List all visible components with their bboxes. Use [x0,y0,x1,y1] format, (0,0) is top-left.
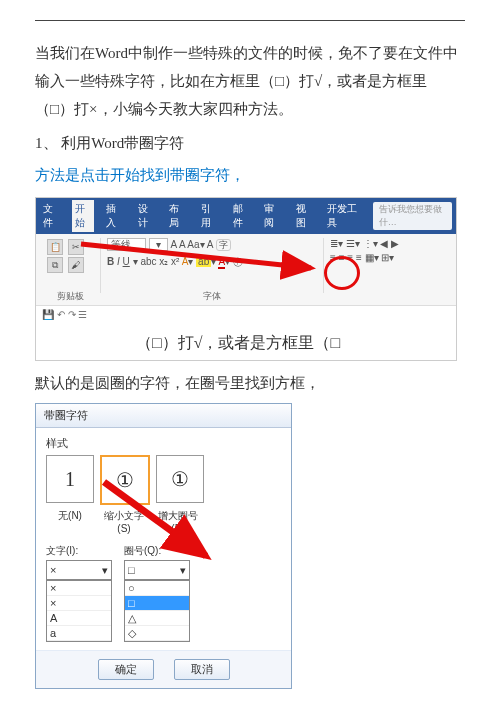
text-listbox: × × A a [46,580,112,642]
text-field-label: 文字(I): [46,544,112,558]
cancel-button: 取消 [174,659,230,680]
bold-icon: B [107,256,114,267]
font-name-box: 等线 [107,238,146,251]
ring-dropdown: □▾ [124,560,190,580]
red-circle-annotation [324,256,360,290]
indent-right-icon: ▶ [391,238,399,249]
border-icon: ⊞▾ [381,252,394,263]
tab-view: 视图 [293,200,316,232]
enclosed-char-icon: 字 [216,239,231,251]
style-none-box: 1 [46,455,94,503]
font-color-icon: A [218,256,225,269]
text-dropdown: ×▾ [46,560,112,580]
tab-mail: 邮件 [230,200,253,232]
copy-icon: ⧉ [47,257,63,273]
enclosed-char-button: ㊥ [233,256,243,267]
paragraph-1: 当我们在Word中制作一些特殊的文件的时候，免不了要在文件中输入一些特殊字符，比… [35,39,465,123]
dialog-title: 带圈字符 [36,404,291,428]
paste-icon: 📋 [47,239,63,255]
indent-left-icon: ◀ [380,238,388,249]
tab-home: 开始 [72,200,95,232]
tab-review: 审阅 [261,200,284,232]
shading-icon: ▦▾ [365,252,379,263]
tab-design: 设计 [135,200,158,232]
customize-icon: ☰ [78,309,87,320]
underline-icon: U [123,256,130,267]
format-painter-icon: 🖌 [68,257,84,273]
ring-listbox: ○ □ △ ◇ [124,580,190,642]
ring-field-label: 圈号(Q): [124,544,190,558]
strike-icon: abc [140,256,156,267]
ribbon-tab-row: 文件 开始 插入 设计 布局 引用 邮件 审阅 视图 开发工具 告诉我您想要做什… [36,198,456,234]
document-sample-text: （□）打√，或者是方框里（□ [36,323,456,360]
style-options-row: 1 ① ① [46,455,281,505]
tab-file: 文件 [40,200,63,232]
cut-icon: ✂ [68,239,84,255]
redo-icon: ↷ [68,309,76,320]
justify-icon: ≡ [356,252,362,263]
change-case-icon: Aa▾ [187,239,204,250]
tab-layout: 布局 [166,200,189,232]
ribbon-body: 📋 ✂ ⧉ 🖌 剪贴板 等线 ▾ A A Aa▾ A 字 B I [36,234,456,305]
chevron-down-icon: ▾ [102,564,108,577]
style-none-label: 无(N) [46,509,94,534]
method-1-heading: 1、 利用Word带圈字符 [35,129,465,157]
tab-dev: 开发工具 [324,200,363,232]
paragraph-3: 在文字的地方输入×，如果不知道×怎么打，可以用搜狗拼音输入法，打拼音cuo， [35,703,465,708]
quick-access-toolbar: 💾 ↶ ↷ ☰ [36,305,456,323]
method-1-step: 方法是点击开始找到带圈字符， [35,161,465,189]
style-enlarge-box: ① [156,455,204,503]
tab-insert: 插入 [103,200,126,232]
bullets-icon: ≣▾ [330,238,343,249]
top-rule [35,20,465,21]
undo-icon: ↶ [57,309,65,320]
save-icon: 💾 [42,309,54,320]
sup-icon: x² [171,256,179,267]
style-enlarge-label: 增大圈号(E) [154,509,202,534]
enclosed-char-dialog-screenshot: 带圈字符 样式 1 ① ① 无(N) 缩小文字(S) 增大圈号(E) 文字(I)… [35,403,292,689]
group-clipboard-label: 剪贴板 [40,290,100,303]
sub-icon: x₂ [159,256,168,267]
multilevel-icon: ⋮▾ [363,238,378,249]
style-shrink-label: 缩小文字(S) [100,509,148,534]
clear-format-icon: A [207,239,213,250]
tab-ref: 引用 [198,200,221,232]
grow-font-icon: A [171,239,177,250]
style-shrink-box: ① [100,455,150,505]
tell-me-box: 告诉我您想要做什… [373,202,452,230]
text-effect-icon: A [182,256,189,267]
numbering-icon: ☰▾ [346,238,360,249]
italic-icon: I [117,256,120,267]
font-size-box: ▾ [149,238,168,251]
shrink-font-icon: A [179,239,185,250]
word-ribbon-screenshot: 文件 开始 插入 设计 布局 引用 邮件 审阅 视图 开发工具 告诉我您想要做什… [35,197,457,361]
style-section-label: 样式 [46,436,281,451]
paragraph-2: 默认的是圆圈的字符，在圈号里找到方框， [35,369,465,397]
ok-button: 确定 [98,659,154,680]
group-font-label: 字体 [101,290,323,303]
chevron-down-icon: ▾ [180,564,186,577]
highlight-icon: ab [196,256,211,267]
